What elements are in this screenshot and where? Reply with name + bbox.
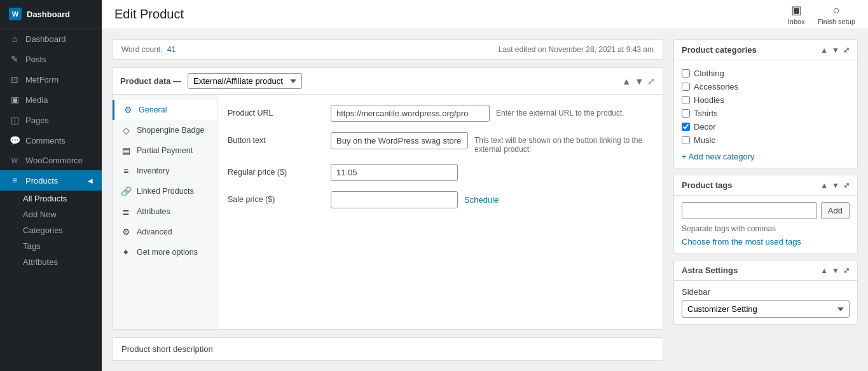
finish-setup-label: Finish setup [818,18,855,25]
sidebar-item-products[interactable]: ≡ Products ◀ [0,170,102,191]
add-tag-button[interactable]: Add [821,202,850,219]
button-text-input-group: This text will be shown on the button li… [331,132,652,154]
astra-collapse-up[interactable]: ▲ [820,266,828,275]
finish-setup-icon: ○ [833,4,840,17]
advanced-icon: ⚙ [120,227,132,237]
astra-expand[interactable]: ⤢ [843,266,850,275]
category-hoodies-checkbox[interactable] [682,96,690,104]
finish-setup-button[interactable]: ○ Finish setup [818,4,855,25]
sidebar-item-posts[interactable]: ✎ Posts [0,49,102,69]
categories-collapse-down[interactable]: ▼ [832,46,839,55]
product-url-hint: Enter the external URL to the product. [496,105,624,118]
category-hoodies-label: Hoodies [694,95,724,105]
product-data-body: ⚙ General ◇ Shopengine Badge ▤ Partial P… [113,95,663,329]
category-clothing-checkbox[interactable] [682,69,690,78]
nav-item-advanced[interactable]: ⚙ Advanced [113,222,217,242]
sidebar-item-woocommerce[interactable]: W WooCommerce [0,151,102,170]
category-music: Music [682,133,850,147]
word-count-label: Word count: [121,45,162,54]
sidebar-item-metform[interactable]: ⊡ MetForm [0,69,102,90]
nav-label-partial-payment: Partial Payment [137,146,193,155]
add-category-link[interactable]: + Add new category [682,152,755,161]
product-categories-body: Clothing Accessories Hoodies Tshirts [674,60,857,168]
regular-price-input[interactable] [331,164,458,181]
regular-price-row: Regular price ($) [228,164,652,181]
product-data-header: Product data — External/Affiliate produc… [113,68,663,95]
tags-input[interactable] [682,202,817,219]
collapse-up-icon[interactable]: ▲ [622,76,631,86]
nav-label-general: General [139,105,167,114]
nav-item-linked-products[interactable]: 🔗 Linked Products [113,181,217,201]
product-categories-widget: Product categories ▲ ▼ ⤢ Clothing Access… [673,39,858,168]
nav-item-get-more-options[interactable]: ✦ Get more options [113,242,217,262]
sidebar-label-products: Products [25,176,58,186]
nav-item-general[interactable]: ⚙ General [113,100,217,120]
dashboard-icon: ⌂ [9,34,20,44]
inbox-icon: ▣ [791,3,802,17]
tags-expand[interactable]: ⤢ [843,181,850,190]
product-url-input[interactable] [331,105,490,122]
expand-icon[interactable]: ⤢ [647,76,655,86]
product-data-panel: Product data — External/Affiliate produc… [112,67,663,330]
product-tags-header: Product tags ▲ ▼ ⤢ [674,175,857,196]
product-tags-body: Add Separate tags with commas Choose fro… [674,196,857,253]
right-sidebar: Product categories ▲ ▼ ⤢ Clothing Access… [673,39,858,361]
sale-price-input[interactable] [331,191,458,208]
wp-logo-icon: W [9,8,22,20]
astra-collapse-down[interactable]: ▼ [832,266,839,275]
nav-item-attributes[interactable]: ≣ Attributes [113,201,217,222]
categories-collapse-up[interactable]: ▲ [820,46,828,55]
tags-collapse-up[interactable]: ▲ [820,181,828,190]
posts-icon: ✎ [9,54,20,64]
nav-label-shopengine: Shopengine Badge [137,126,204,135]
astra-sidebar-select[interactable]: Customizer Setting Default Sidebar No Si… [682,300,850,318]
sidebar-logo[interactable]: W Dashboard [0,0,102,29]
sidebar-sub-attributes[interactable]: Attributes [0,254,102,270]
category-music-checkbox[interactable] [682,136,690,144]
collapse-down-icon[interactable]: ▼ [635,76,644,86]
topbar-actions: ▣ Inbox ○ Finish setup [788,3,855,25]
category-accessories-checkbox[interactable] [682,83,690,91]
product-data-title: Product data — [120,76,181,86]
nav-item-inventory[interactable]: ≡ Inventory [113,161,217,181]
nav-item-shopengine-badge[interactable]: ◇ Shopengine Badge [113,120,217,140]
product-data-content: Product URL Enter the external URL to th… [217,95,663,329]
product-tags-title: Product tags [682,180,732,190]
word-count-value: 41 [167,45,176,54]
astra-sidebar-label: Sidebar [682,287,850,297]
sidebar-item-comments[interactable]: 💬 Comments [0,130,102,151]
product-tags-controls: ▲ ▼ ⤢ [820,181,850,190]
pages-icon: ◫ [9,115,20,125]
category-tshirts-label: Tshirts [694,109,718,118]
product-categories-controls: ▲ ▼ ⤢ [820,46,850,55]
nav-item-partial-payment[interactable]: ▤ Partial Payment [113,140,217,161]
tags-input-row: Add [682,202,850,219]
nav-label-linked-products: Linked Products [137,187,194,196]
astra-settings-header: Astra Settings ▲ ▼ ⤢ [674,260,857,281]
schedule-link[interactable]: Schedule [464,191,499,205]
sidebar-sub-all-products[interactable]: All Products [0,191,102,206]
sidebar-item-media[interactable]: ▣ Media [0,90,102,110]
sidebar-item-pages[interactable]: ◫ Pages [0,110,102,130]
sidebar-sub-categories[interactable]: Categories [0,222,102,238]
tags-hint: Separate tags with commas [682,224,850,233]
category-decor-checkbox[interactable] [682,123,690,131]
last-edited-text: Last edited on November 28, 2021 at 9:43… [499,45,654,54]
categories-expand[interactable]: ⤢ [843,46,850,55]
button-text-input[interactable] [331,132,468,149]
tags-collapse-down[interactable]: ▼ [832,181,839,190]
sidebar-sub-tags[interactable]: Tags [0,238,102,254]
category-tshirts-checkbox[interactable] [682,109,690,118]
product-type-select[interactable]: External/Affiliate product Simple produc… [188,73,302,89]
product-categories-header: Product categories ▲ ▼ ⤢ [674,40,857,60]
inbox-button[interactable]: ▣ Inbox [788,3,805,25]
category-hoodies: Hoodies [682,93,850,107]
product-data-controls: ▲ ▼ ⤢ [622,76,655,86]
nav-label-attributes: Attributes [137,207,170,216]
sidebar-item-dashboard[interactable]: ⌂ Dashboard [0,29,102,49]
choose-tags-link[interactable]: Choose from the most used tags [682,237,801,246]
product-tags-widget: Product tags ▲ ▼ ⤢ Add Separate tags wit… [673,175,858,253]
sidebar-sub-add-new[interactable]: Add New [0,206,102,222]
topbar: Edit Product ▣ Inbox ○ Finish setup [102,0,868,29]
nav-label-inventory: Inventory [137,166,169,175]
